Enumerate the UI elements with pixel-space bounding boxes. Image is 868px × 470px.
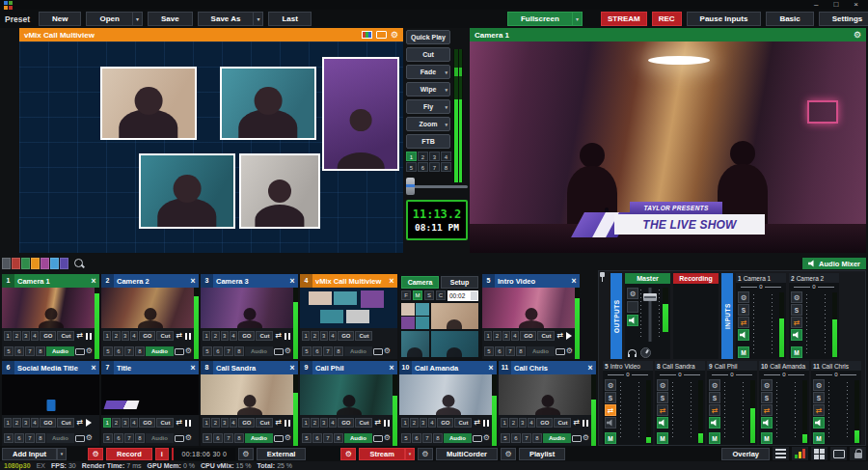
- input-header[interactable]: 6 Social Media Title ×: [2, 361, 99, 374]
- record-info-button[interactable]: i: [155, 448, 169, 460]
- mute-button[interactable]: M: [791, 346, 802, 358]
- bus-assign-icon[interactable]: ⇄: [605, 404, 616, 416]
- overlay-4-button[interactable]: 4: [230, 331, 237, 341]
- open-dropdown-caret-icon[interactable]: ▾: [132, 12, 143, 26]
- gear-icon[interactable]: ⚙: [86, 346, 93, 356]
- overlay-5-button[interactable]: 5: [203, 346, 212, 356]
- stream-settings-gear-icon[interactable]: ⚙: [340, 448, 356, 460]
- fullscreen-button[interactable]: Fullscreen: [507, 12, 572, 26]
- overlay-1-button[interactable]: 1: [401, 418, 409, 428]
- speaker-icon[interactable]: [738, 329, 749, 341]
- bus-assign-icon[interactable]: ⇄: [761, 404, 773, 416]
- overlay-3-button[interactable]: 3: [221, 418, 229, 428]
- caret-down-icon[interactable]: ▾: [445, 104, 448, 110]
- overlay-1-button[interactable]: 1: [203, 331, 210, 341]
- overlay-2-button[interactable]: 2: [509, 418, 517, 428]
- gear-icon[interactable]: ⚙: [185, 433, 192, 443]
- overlay-2-button[interactable]: 2: [493, 331, 501, 341]
- audio-button[interactable]: Audio: [344, 346, 372, 356]
- gear-icon[interactable]: ⚙: [627, 288, 638, 299]
- overlay-8-button[interactable]: 8: [433, 433, 443, 443]
- speaker-icon[interactable]: [605, 417, 616, 429]
- gear-icon[interactable]: ⚙: [86, 433, 93, 443]
- search-icon[interactable]: [73, 258, 86, 270]
- input-thumbnail[interactable]: [300, 374, 397, 415]
- overlay-8-button[interactable]: 8: [334, 433, 343, 443]
- monitor-icon[interactable]: [75, 348, 85, 355]
- record-settings-gear-icon[interactable]: ⚙: [88, 448, 103, 460]
- color-filter-button[interactable]: [12, 258, 20, 269]
- overlay-7-button[interactable]: 7: [25, 433, 35, 443]
- stream-caret-icon[interactable]: ▾: [405, 448, 415, 460]
- overlay-7-button[interactable]: 7: [25, 346, 35, 356]
- mute-button[interactable]: M: [813, 432, 825, 444]
- overlay-3-button[interactable]: 3: [420, 418, 427, 428]
- list-view-button[interactable]: [773, 447, 789, 460]
- gear-icon[interactable]: ⚙: [605, 379, 616, 391]
- overlay-5-button[interactable]: 5: [4, 346, 14, 356]
- ftb-button[interactable]: FTB: [406, 134, 450, 149]
- go-button[interactable]: GO: [536, 418, 553, 428]
- monitor-icon[interactable]: [75, 435, 85, 442]
- overlay-3-button[interactable]: 3: [320, 331, 328, 341]
- audio-button[interactable]: Audio: [344, 433, 372, 443]
- overlay-3-button[interactable]: 3: [502, 331, 510, 341]
- overlay-5-button[interactable]: 5: [103, 433, 113, 443]
- audio-mixer-toggle-button[interactable]: Audio Mixer: [802, 258, 866, 269]
- cut-button[interactable]: Cut: [355, 418, 372, 428]
- headphone-volume-knob[interactable]: [640, 347, 651, 358]
- overlay-7-button[interactable]: 7: [323, 433, 333, 443]
- window-maximize-button[interactable]: □: [833, 0, 838, 10]
- overlay-3-button[interactable]: 3: [221, 331, 229, 341]
- call-mode-f-button[interactable]: F: [401, 290, 411, 300]
- new-button[interactable]: New: [39, 12, 81, 26]
- go-button[interactable]: GO: [139, 331, 155, 341]
- overlay-6-button[interactable]: 6: [495, 346, 504, 356]
- input-thumbnail[interactable]: [201, 288, 298, 328]
- input-thumbnail[interactable]: [300, 288, 397, 328]
- gear-icon[interactable]: ⚙: [384, 346, 391, 356]
- input-close-button[interactable]: ×: [187, 276, 199, 286]
- mute-button[interactable]: M: [761, 432, 773, 444]
- zoom-button[interactable]: Zoom▾: [406, 117, 450, 131]
- bus-assign-icon[interactable]: ⇄: [813, 404, 825, 416]
- overlay-button-1[interactable]: 1: [406, 152, 417, 161]
- input-close-button[interactable]: ×: [187, 363, 199, 373]
- performance-button[interactable]: [792, 447, 808, 460]
- speaker-icon[interactable]: [627, 315, 638, 326]
- fly-button[interactable]: Fly▾: [406, 99, 450, 114]
- gear-icon[interactable]: ⚙: [384, 433, 391, 443]
- overlay-1-button[interactable]: 1: [203, 418, 210, 428]
- input-close-button[interactable]: ×: [568, 276, 580, 286]
- cut-button[interactable]: Cut: [406, 47, 450, 62]
- play-pause-icon[interactable]: [85, 418, 93, 428]
- audio-button[interactable]: Audio: [543, 433, 571, 443]
- playlist-settings-gear-icon[interactable]: ⚙: [501, 448, 516, 460]
- master-fader[interactable]: [643, 286, 657, 344]
- bus-assign-icon[interactable]: ⇄: [709, 404, 720, 416]
- loop-transition-icon[interactable]: ⇄: [556, 331, 564, 341]
- caret-down-icon[interactable]: ▾: [445, 122, 448, 127]
- overlay-6-button[interactable]: 6: [312, 433, 322, 443]
- overlay-7-button[interactable]: 7: [124, 346, 134, 356]
- overlay-4-button[interactable]: 4: [130, 418, 138, 428]
- bus-assign-icon[interactable]: ⇄: [738, 317, 749, 328]
- monitor-icon[interactable]: [473, 435, 482, 442]
- input-thumbnail[interactable]: [2, 374, 99, 415]
- save-as-dropdown-caret-icon[interactable]: ▾: [253, 12, 263, 26]
- bus-assign-icon[interactable]: ⇄: [791, 317, 802, 328]
- overlay-button-7[interactable]: 7: [429, 162, 440, 172]
- overlay-8-button[interactable]: 8: [532, 433, 542, 443]
- overlay-button-6[interactable]: 6: [418, 162, 428, 172]
- solo-button[interactable]: S: [791, 304, 802, 316]
- play-pause-icon[interactable]: [184, 331, 192, 341]
- monitor-icon[interactable]: [373, 348, 383, 355]
- gear-icon[interactable]: ⚙: [657, 379, 668, 391]
- overlay-5-button[interactable]: 5: [501, 433, 510, 443]
- input-header[interactable]: 1 Camera 1 ×: [2, 274, 99, 288]
- mute-button[interactable]: M: [738, 346, 749, 358]
- play-pause-icon[interactable]: [383, 418, 391, 428]
- audio-button[interactable]: Audio: [444, 433, 472, 443]
- overlay-8-button[interactable]: 8: [334, 346, 343, 356]
- fade-button[interactable]: Fade▾: [406, 65, 450, 79]
